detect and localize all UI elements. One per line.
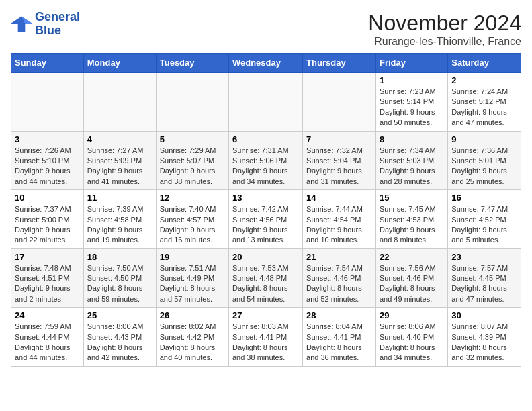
day-info: Sunrise: 7:40 AM Sunset: 4:57 PM Dayligh… <box>160 204 225 246</box>
calendar-cell: 14Sunrise: 7:44 AM Sunset: 4:54 PM Dayli… <box>303 190 376 249</box>
day-info: Sunrise: 7:59 AM Sunset: 4:44 PM Dayligh… <box>15 322 80 363</box>
day-info: Sunrise: 7:27 AM Sunset: 5:09 PM Dayligh… <box>87 146 152 187</box>
weekday-header: Wednesday <box>228 54 302 73</box>
calendar-cell: 5Sunrise: 7:29 AM Sunset: 5:07 PM Daylig… <box>156 131 228 190</box>
logo-icon <box>11 15 32 34</box>
day-info: Sunrise: 7:54 AM Sunset: 4:46 PM Dayligh… <box>306 263 372 305</box>
weekday-header: Sunday <box>11 54 84 73</box>
calendar-cell: 17Sunrise: 7:48 AM Sunset: 4:51 PM Dayli… <box>11 248 84 308</box>
day-info: Sunrise: 7:56 AM Sunset: 4:46 PM Dayligh… <box>380 263 444 305</box>
weekday-header: Saturday <box>448 54 521 73</box>
day-number: 20 <box>232 252 299 262</box>
calendar-cell <box>83 73 156 132</box>
calendar-cell: 30Sunrise: 8:07 AM Sunset: 4:39 PM Dayli… <box>448 308 521 367</box>
calendar-cell <box>303 73 376 132</box>
day-number: 11 <box>87 193 152 203</box>
calendar-cell: 20Sunrise: 7:53 AM Sunset: 4:48 PM Dayli… <box>228 248 302 308</box>
calendar-cell: 2Sunrise: 7:24 AM Sunset: 5:12 PM Daylig… <box>448 73 521 132</box>
calendar-cell <box>156 73 228 132</box>
day-number: 27 <box>232 310 299 320</box>
day-info: Sunrise: 8:07 AM Sunset: 4:39 PM Dayligh… <box>451 322 517 363</box>
day-info: Sunrise: 8:06 AM Sunset: 4:40 PM Dayligh… <box>380 322 444 363</box>
calendar-cell: 21Sunrise: 7:54 AM Sunset: 4:46 PM Dayli… <box>303 248 376 308</box>
day-info: Sunrise: 7:26 AM Sunset: 5:10 PM Dayligh… <box>15 146 80 187</box>
day-info: Sunrise: 7:57 AM Sunset: 4:45 PM Dayligh… <box>451 263 517 305</box>
calendar-cell: 12Sunrise: 7:40 AM Sunset: 4:57 PM Dayli… <box>156 190 228 249</box>
day-number: 24 <box>15 310 80 320</box>
svg-marker-0 <box>11 16 32 32</box>
calendar-cell: 24Sunrise: 7:59 AM Sunset: 4:44 PM Dayli… <box>11 308 84 367</box>
day-info: Sunrise: 7:32 AM Sunset: 5:04 PM Dayligh… <box>306 146 372 187</box>
day-number: 17 <box>15 252 80 262</box>
day-number: 7 <box>306 134 372 144</box>
weekday-header: Friday <box>375 54 447 73</box>
day-number: 16 <box>451 193 517 203</box>
calendar-cell: 15Sunrise: 7:45 AM Sunset: 4:53 PM Dayli… <box>375 190 447 249</box>
day-info: Sunrise: 8:00 AM Sunset: 4:43 PM Dayligh… <box>87 322 152 363</box>
weekday-header: Thursday <box>303 54 376 73</box>
calendar-cell: 4Sunrise: 7:27 AM Sunset: 5:09 PM Daylig… <box>83 131 156 190</box>
day-info: Sunrise: 7:47 AM Sunset: 4:52 PM Dayligh… <box>451 204 517 246</box>
calendar-cell: 10Sunrise: 7:37 AM Sunset: 5:00 PM Dayli… <box>11 190 84 249</box>
calendar-header-row: SundayMondayTuesdayWednesdayThursdayFrid… <box>11 54 521 73</box>
day-number: 3 <box>15 134 80 144</box>
day-info: Sunrise: 7:50 AM Sunset: 4:50 PM Dayligh… <box>87 263 152 305</box>
day-number: 13 <box>232 193 299 203</box>
day-number: 4 <box>87 134 152 144</box>
day-number: 29 <box>380 310 444 320</box>
header: General Blue November 2024 Rurange-les-T… <box>11 11 521 48</box>
page-title: November 2024 <box>368 11 521 36</box>
day-info: Sunrise: 7:31 AM Sunset: 5:06 PM Dayligh… <box>232 146 299 187</box>
logo: General Blue <box>11 11 80 38</box>
day-number: 12 <box>160 193 225 203</box>
day-number: 14 <box>306 193 372 203</box>
day-info: Sunrise: 8:03 AM Sunset: 4:41 PM Dayligh… <box>232 322 299 363</box>
calendar-week-row: 3Sunrise: 7:26 AM Sunset: 5:10 PM Daylig… <box>11 131 521 190</box>
calendar-week-row: 17Sunrise: 7:48 AM Sunset: 4:51 PM Dayli… <box>11 248 521 308</box>
day-info: Sunrise: 7:37 AM Sunset: 5:00 PM Dayligh… <box>15 204 80 246</box>
calendar-cell: 8Sunrise: 7:34 AM Sunset: 5:03 PM Daylig… <box>375 131 447 190</box>
day-number: 21 <box>306 252 372 262</box>
day-number: 8 <box>380 134 444 144</box>
day-number: 10 <box>15 193 80 203</box>
calendar-cell: 11Sunrise: 7:39 AM Sunset: 4:58 PM Dayli… <box>83 190 156 249</box>
day-number: 5 <box>160 134 225 144</box>
day-number: 15 <box>380 193 444 203</box>
day-number: 9 <box>451 134 517 144</box>
calendar-cell: 29Sunrise: 8:06 AM Sunset: 4:40 PM Dayli… <box>375 308 447 367</box>
calendar-cell: 18Sunrise: 7:50 AM Sunset: 4:50 PM Dayli… <box>83 248 156 308</box>
day-number: 22 <box>380 252 444 262</box>
calendar-week-row: 24Sunrise: 7:59 AM Sunset: 4:44 PM Dayli… <box>11 308 521 367</box>
day-info: Sunrise: 7:36 AM Sunset: 5:01 PM Dayligh… <box>451 146 517 187</box>
calendar-cell: 3Sunrise: 7:26 AM Sunset: 5:10 PM Daylig… <box>11 131 84 190</box>
calendar-week-row: 10Sunrise: 7:37 AM Sunset: 5:00 PM Dayli… <box>11 190 521 249</box>
calendar-cell: 9Sunrise: 7:36 AM Sunset: 5:01 PM Daylig… <box>448 131 521 190</box>
calendar-cell: 16Sunrise: 7:47 AM Sunset: 4:52 PM Dayli… <box>448 190 521 249</box>
weekday-header: Monday <box>83 54 156 73</box>
day-number: 2 <box>451 75 517 85</box>
day-info: Sunrise: 7:24 AM Sunset: 5:12 PM Dayligh… <box>451 87 517 128</box>
day-number: 30 <box>451 310 517 320</box>
day-info: Sunrise: 7:34 AM Sunset: 5:03 PM Dayligh… <box>380 146 444 187</box>
calendar-table: SundayMondayTuesdayWednesdayThursdayFrid… <box>11 53 521 367</box>
day-info: Sunrise: 7:44 AM Sunset: 4:54 PM Dayligh… <box>306 204 372 246</box>
day-number: 1 <box>380 75 444 85</box>
day-info: Sunrise: 7:48 AM Sunset: 4:51 PM Dayligh… <box>15 263 80 305</box>
calendar-week-row: 1Sunrise: 7:23 AM Sunset: 5:14 PM Daylig… <box>11 73 521 132</box>
day-number: 26 <box>160 310 225 320</box>
calendar-cell: 28Sunrise: 8:04 AM Sunset: 4:41 PM Dayli… <box>303 308 376 367</box>
day-info: Sunrise: 7:51 AM Sunset: 4:49 PM Dayligh… <box>160 263 225 305</box>
calendar-cell: 7Sunrise: 7:32 AM Sunset: 5:04 PM Daylig… <box>303 131 376 190</box>
calendar-cell: 22Sunrise: 7:56 AM Sunset: 4:46 PM Dayli… <box>375 248 447 308</box>
day-number: 19 <box>160 252 225 262</box>
day-info: Sunrise: 7:42 AM Sunset: 4:56 PM Dayligh… <box>232 204 299 246</box>
page-subtitle: Rurange-les-Thionville, France <box>368 36 521 48</box>
day-info: Sunrise: 8:02 AM Sunset: 4:42 PM Dayligh… <box>160 322 225 363</box>
title-area: November 2024 Rurange-les-Thionville, Fr… <box>368 11 521 48</box>
calendar-cell: 19Sunrise: 7:51 AM Sunset: 4:49 PM Dayli… <box>156 248 228 308</box>
day-number: 18 <box>87 252 152 262</box>
day-number: 23 <box>451 252 517 262</box>
day-info: Sunrise: 7:45 AM Sunset: 4:53 PM Dayligh… <box>380 204 444 246</box>
day-info: Sunrise: 7:23 AM Sunset: 5:14 PM Dayligh… <box>380 87 444 128</box>
calendar-cell <box>11 73 84 132</box>
